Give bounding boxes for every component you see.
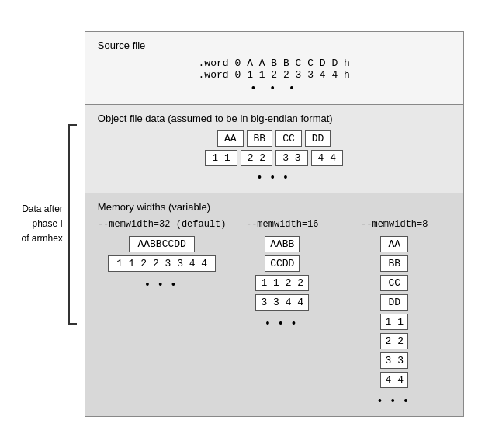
object-cell-CC: CC <box>275 130 302 147</box>
mem-col-8: --memwidth=8 AA BB CC DD 1 1 2 2 3 3 4 4… <box>338 219 451 407</box>
object-row-1: AA BB CC DD <box>217 130 331 147</box>
object-content: AA BB CC DD 1 1 2 2 3 3 4 4 • • • <box>98 130 451 183</box>
memory-panel-title: Memory widths (variable) <box>98 201 451 213</box>
source-panel: Source file .word 0 A A B B C C D D h .w… <box>85 32 463 105</box>
mem-cell-8-11: 1 1 <box>380 314 408 330</box>
source-line-1: .word 0 A A B B C C D D h <box>199 57 350 69</box>
mem-col-16-dots: • • • <box>266 317 299 329</box>
mem-col-16: --memwidth=16 AABB CCDD 1 1 2 2 3 3 4 4 … <box>227 219 339 407</box>
mem-cell-8-33: 3 3 <box>380 352 408 369</box>
left-bracket-icon <box>66 123 78 325</box>
object-cell-BB: BB <box>247 130 273 147</box>
mem-col-32-dots: • • • <box>145 278 178 290</box>
mem-cell-1122: 1 1 2 2 <box>255 275 309 291</box>
object-cell-22: 2 2 <box>241 150 272 166</box>
mem-cell-8-AA: AA <box>380 236 408 252</box>
main-layout: Data after phase I of armhex Source file… <box>22 31 464 417</box>
mem-col-8-dots: • • • <box>378 394 411 407</box>
source-directive-1: .word <box>199 57 229 69</box>
mem-cell-3344: 3 3 4 4 <box>255 294 309 311</box>
object-cell-33: 3 3 <box>275 150 307 166</box>
object-cell-11: 1 1 <box>205 150 237 166</box>
mem-cell-8-DD: DD <box>380 294 408 311</box>
mem-cell-8-CC: CC <box>380 275 408 291</box>
source-value-1: 0 A A B B C C D D h <box>235 57 350 69</box>
mem-cell-11223344: 1 1 2 2 3 3 4 4 <box>108 255 216 272</box>
mem-col-8-title: --memwidth=8 <box>361 219 428 230</box>
mem-cell-8-22: 2 2 <box>380 333 408 349</box>
object-cell-DD: DD <box>305 130 331 147</box>
mem-cell-CCDD: CCDD <box>265 255 300 272</box>
source-line-2: .word 0 1 1 2 2 3 3 4 4 h <box>199 69 350 81</box>
object-dots: • • • <box>258 171 290 183</box>
source-content: .word 0 A A B B C C D D h .word 0 1 1 2 … <box>98 57 451 95</box>
source-value-2: 0 1 1 2 2 3 3 4 4 h <box>235 69 350 81</box>
object-cell-AA: AA <box>217 130 244 147</box>
object-row-2: 1 1 2 2 3 3 4 4 <box>205 150 343 166</box>
left-label-text: Data after phase I of armhex <box>22 202 63 247</box>
mem-col-32: --memwidth=32 (default) AABBCCDD 1 1 2 2… <box>98 219 227 407</box>
left-label-area: Data after phase I of armhex <box>22 31 85 417</box>
mem-cell-AABBCCDD: AABBCCDD <box>129 236 194 252</box>
source-directive-2: .word <box>199 69 229 81</box>
mem-cell-AABB: AABB <box>265 236 300 252</box>
mem-col-32-title: --memwidth=32 (default) <box>98 219 227 230</box>
source-dots: • • • <box>250 82 298 95</box>
object-panel: Object file data (assumed to be in big-e… <box>85 105 463 193</box>
mem-col-16-title: --memwidth=16 <box>246 219 319 230</box>
object-panel-title: Object file data (assumed to be in big-e… <box>98 113 451 124</box>
object-cell-44: 4 4 <box>311 150 343 166</box>
mem-cell-8-44: 4 4 <box>380 372 408 388</box>
source-panel-title: Source file <box>98 40 451 51</box>
memory-columns: --memwidth=32 (default) AABBCCDD 1 1 2 2… <box>98 219 451 407</box>
memory-panel: Memory widths (variable) --memwidth=32 (… <box>85 193 463 416</box>
main-panels: Source file .word 0 A A B B C C D D h .w… <box>85 31 464 417</box>
mem-cell-8-BB: BB <box>380 255 408 272</box>
